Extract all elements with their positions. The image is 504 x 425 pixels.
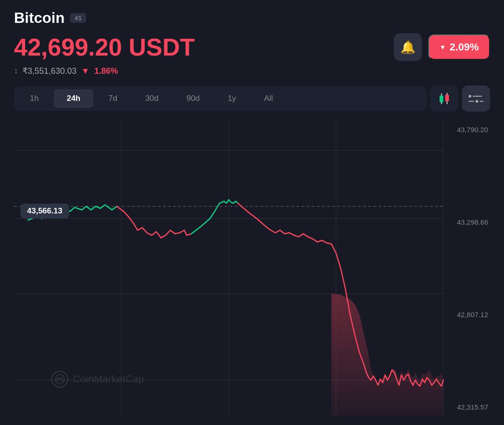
tab-all[interactable]: All [251,89,286,108]
tab-1y[interactable]: 1y [215,89,249,108]
slider-line-2 [469,100,483,103]
candle-body-green [440,96,443,102]
candlestick-icon [440,93,449,104]
change-pct-24h: 1.86% [94,66,118,76]
watermark: CoinMarketCap [51,371,144,388]
tab-90d[interactable]: 90d [174,89,213,108]
candle-red [445,93,449,104]
timeframe-tabs: 1h 24h 7d 30d 90d 1y All [14,86,427,111]
alert-button[interactable]: 🔔 [394,33,422,61]
price-row: 42,699.20 USDT 🔔 ▼ 2.09% [14,33,490,61]
chart-type-button[interactable] [430,85,458,112]
slider-line-1 [469,95,483,98]
change-percentage: 2.09% [450,41,479,53]
hover-price-label: 43,566.13 [21,204,69,219]
down-arrow-icon: ▼ [440,43,446,51]
svg-marker-9 [331,294,443,416]
candle-green [440,93,443,104]
cmc-logo-svg [55,374,65,384]
wick-bottom-green [441,102,442,104]
price-label-bottom: 42,315.57 [439,403,490,411]
slider-dot-2 [476,100,478,103]
watermark-text: CoinMarketCap [73,373,144,385]
coin-name: Bitcoin [14,9,64,27]
tab-7d[interactable]: 7d [95,89,130,108]
wick-top-green [441,93,442,96]
sliders-icon [469,95,483,103]
tab-24h[interactable]: 24h [54,89,93,108]
price-label-top: 43,790.20 [439,126,490,134]
current-price: 42,699.20 USDT [14,33,195,61]
chart-settings-button[interactable] [462,85,490,112]
app-container: Bitcoin #1 42,699.20 USDT 🔔 ▼ 2.09% ↕ ₹3… [0,0,504,425]
candle-body-red [445,95,449,101]
price-labels-right: 43,790.20 43,298.66 42,807.12 42,315.57 [439,121,490,416]
change-badge-button[interactable]: ▼ 2.09% [428,35,490,60]
inr-price: ₹3,551,630.03 [22,66,77,76]
slider-track-2 [469,101,474,102]
chart-container: 43,566.13 43,790.20 43,298.66 42,807.12 … [14,121,490,416]
price-actions: 🔔 ▼ 2.09% [394,33,490,61]
tab-1h[interactable]: 1h [17,89,52,108]
price-label-2: 43,298.66 [439,218,490,226]
coin-header: Bitcoin #1 [14,9,490,27]
rank-badge: #1 [70,13,86,23]
slider-track-1 [473,96,482,97]
down-triangle-icon: ▼ [81,66,90,76]
secondary-price-row: ↕ ₹3,551,630.03 ▼ 1.86% [14,66,490,76]
slider-track-3 [480,101,483,102]
timeframe-row: 1h 24h 7d 30d 90d 1y All [14,85,490,112]
wick-bottom-red [447,101,448,104]
coinmarketcap-logo [51,371,68,388]
tab-30d[interactable]: 30d [132,89,171,108]
arrows-icon: ↕ [14,67,18,75]
bell-icon: 🔔 [400,40,415,55]
price-label-3: 42,807.12 [439,311,490,319]
slider-dot-1 [469,95,471,98]
svg-point-10 [55,375,64,384]
